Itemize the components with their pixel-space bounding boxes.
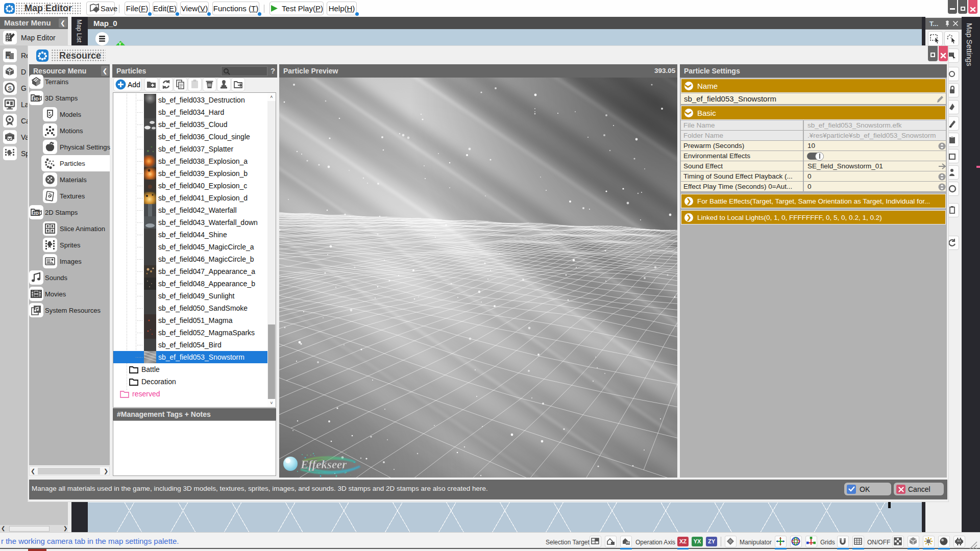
svg-text:D: D xyxy=(8,68,11,72)
svg-text:Effekseer: Effekseer xyxy=(300,458,347,471)
svg-text:R: R xyxy=(7,55,10,60)
svg-text:Y: Y xyxy=(118,41,121,46)
svg-text:3D: 3D xyxy=(33,96,39,102)
svg-text:2D: 2D xyxy=(33,211,39,216)
svg-text:S: S xyxy=(8,85,12,91)
